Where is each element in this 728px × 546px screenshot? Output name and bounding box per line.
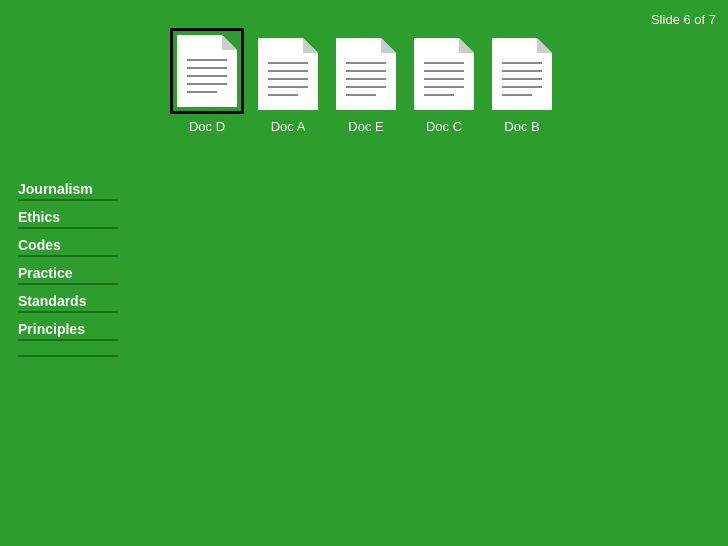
nav-label-codes[interactable]: Codes — [18, 231, 118, 255]
extra-divider — [18, 355, 118, 357]
nav-label-standards[interactable]: Standards — [18, 287, 118, 311]
nav-label-ethics[interactable]: Ethics — [18, 203, 118, 227]
svg-marker-8 — [303, 38, 318, 53]
nav-divider-codes — [18, 255, 118, 257]
nav-divider-principles — [18, 339, 118, 341]
slide-indicator: Slide 6 of 7 — [651, 12, 716, 27]
doc-label-doc-b: Doc B — [504, 119, 539, 134]
nav-label-principles[interactable]: Principles — [18, 315, 118, 339]
nav-divider-journalism — [18, 199, 118, 201]
sidebar: JournalismEthicsCodesPracticeStandardsPr… — [18, 175, 118, 357]
nav-divider-standards — [18, 311, 118, 313]
doc-doc-a[interactable]: Doc A — [254, 34, 322, 134]
doc-doc-c[interactable]: Doc C — [410, 34, 478, 134]
nav-item-ethics: Ethics — [18, 203, 118, 231]
doc-label-doc-c: Doc C — [426, 119, 462, 134]
nav-item-standards: Standards — [18, 287, 118, 315]
doc-doc-e[interactable]: Doc E — [332, 34, 400, 134]
doc-doc-d[interactable]: Doc D — [170, 28, 244, 134]
svg-marker-22 — [459, 38, 474, 53]
docs-area: Doc D Doc A Doc E Doc C — [170, 28, 556, 134]
nav-label-journalism[interactable]: Journalism — [18, 175, 118, 199]
doc-doc-b[interactable]: Doc B — [488, 34, 556, 134]
nav-item-journalism: Journalism — [18, 175, 118, 203]
svg-marker-1 — [222, 35, 237, 50]
svg-marker-15 — [381, 38, 396, 53]
doc-label-doc-a: Doc A — [271, 119, 306, 134]
nav-divider-ethics — [18, 227, 118, 229]
nav-item-principles: Principles — [18, 315, 118, 343]
svg-marker-29 — [537, 38, 552, 53]
nav-item-codes: Codes — [18, 231, 118, 259]
doc-label-doc-d: Doc D — [189, 119, 225, 134]
nav-label-practice[interactable]: Practice — [18, 259, 118, 283]
nav-item-practice: Practice — [18, 259, 118, 287]
nav-divider-practice — [18, 283, 118, 285]
doc-label-doc-e: Doc E — [348, 119, 383, 134]
